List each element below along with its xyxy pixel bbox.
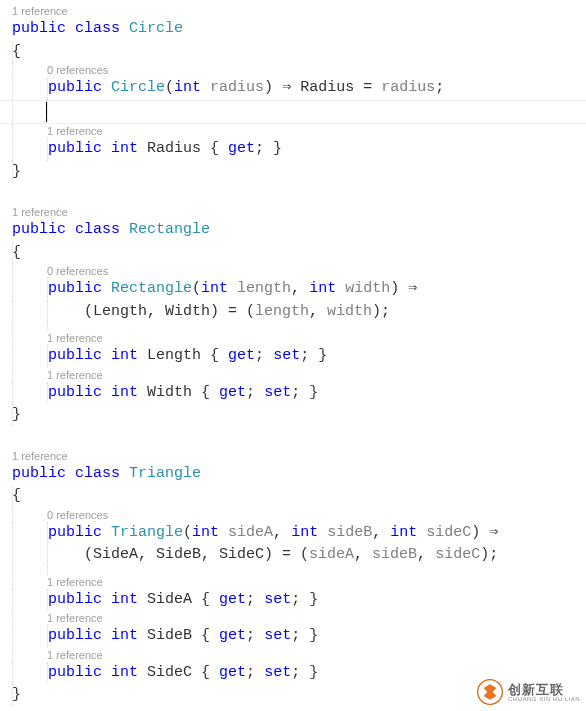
type-circle: Circle (129, 20, 183, 37)
type-triangle: Triangle (129, 465, 201, 482)
codelens-rectangle-ctor[interactable]: 0 references (0, 264, 586, 278)
type-rectangle: Rectangle (129, 221, 210, 238)
watermark-cn-text: 创新互联 (508, 683, 580, 696)
code-line: public int SideA { get; set; } (0, 589, 586, 612)
code-line: public Circle(int radius) ⇒ Radius = rad… (0, 77, 586, 100)
code-line: public int Radius { get; } (0, 138, 586, 161)
code-line: } (0, 404, 586, 427)
code-line: public int Length { get; set; } (0, 345, 586, 368)
codelens-rectangle-class[interactable]: 1 reference (0, 205, 586, 219)
watermark-logo-icon (477, 679, 503, 705)
code-line: public class Rectangle (0, 219, 586, 242)
codelens-triangle-sideb[interactable]: 1 reference (0, 611, 586, 625)
code-line: (SideA, SideB, SideC) = (sideA, sideB, s… (0, 544, 586, 567)
codelens-circle-radius[interactable]: 1 reference (0, 124, 586, 138)
code-line: } (0, 161, 586, 184)
code-line: public Rectangle(int length, int width) … (0, 278, 586, 301)
code-line: (Length, Width) = (length, width); (0, 301, 586, 324)
codelens-circle-ctor[interactable]: 0 references (0, 63, 586, 77)
codelens-triangle-class[interactable]: 1 reference (0, 449, 586, 463)
watermark: 创新互联 CHUANG XIN HU LIAN (477, 679, 580, 705)
code-line: { (0, 41, 586, 64)
codelens-circle-class[interactable]: 1 reference (0, 4, 586, 18)
code-line: { (0, 242, 586, 265)
code-line: public class Circle (0, 18, 586, 41)
codelens-rectangle-width[interactable]: 1 reference (0, 368, 586, 382)
code-editor[interactable]: 1 reference public class Circle { 0 refe… (0, 0, 586, 707)
codelens-triangle-ctor[interactable]: 0 references (0, 508, 586, 522)
code-line: public int SideB { get; set; } (0, 625, 586, 648)
codelens-rectangle-length[interactable]: 1 reference (0, 331, 586, 345)
cursor-line[interactable] (0, 101, 586, 124)
keyword-public: public (12, 20, 66, 37)
code-line: public int Width { get; set; } (0, 382, 586, 405)
text-caret-icon (46, 102, 47, 122)
code-line: public class Triangle (0, 463, 586, 486)
keyword-class: class (75, 20, 120, 37)
codelens-triangle-sidec[interactable]: 1 reference (0, 648, 586, 662)
code-line: { (0, 485, 586, 508)
code-line: public Triangle(int sideA, int sideB, in… (0, 522, 586, 545)
watermark-en-text: CHUANG XIN HU LIAN (508, 696, 580, 702)
codelens-triangle-sidea[interactable]: 1 reference (0, 575, 586, 589)
